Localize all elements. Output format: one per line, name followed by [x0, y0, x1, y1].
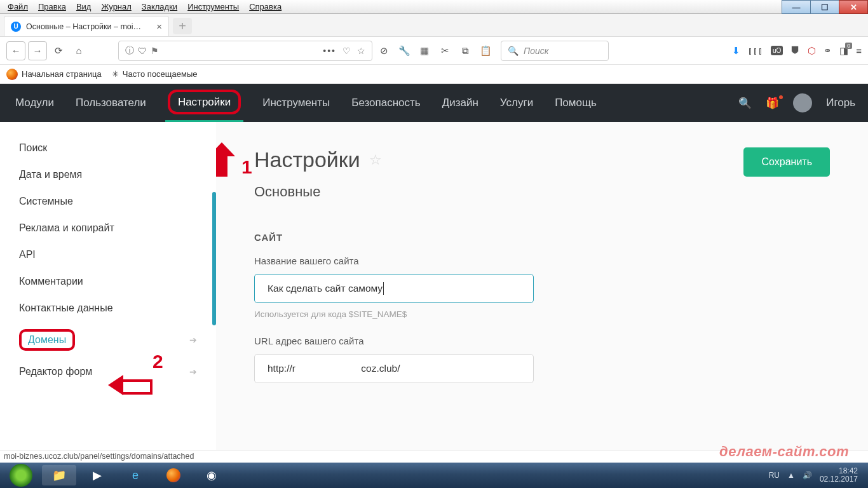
browser-search-bar[interactable]: 🔍 Поиск	[501, 41, 609, 61]
nav-help[interactable]: Помощь	[552, 85, 599, 121]
taskbar-chrome[interactable]: ◉	[194, 465, 229, 485]
nav-tools[interactable]: Инструменты	[260, 85, 332, 121]
browser-tabstrip: U Основные – Настройки – moi… × +	[0, 14, 868, 37]
menu-edit[interactable]: Правка	[33, 1, 71, 13]
text-caret	[383, 282, 384, 295]
browser-tab[interactable]: U Основные – Настройки – moi… ×	[4, 16, 169, 36]
url-more-icon[interactable]: •••	[323, 46, 336, 56]
settings-sidebar: Поиск Дата и время Системные Реклама и к…	[0, 122, 216, 463]
site-url-label: URL адрес вашего сайта	[254, 336, 830, 346]
sidebar-item-api[interactable]: API	[0, 241, 216, 268]
menu-help[interactable]: Справка	[244, 1, 287, 13]
forward-button[interactable]: →	[28, 41, 47, 60]
nav-users[interactable]: Пользователи	[73, 85, 149, 121]
sidebar-item-datetime[interactable]: Дата и время	[0, 161, 216, 188]
nav-design[interactable]: Дизайн	[440, 85, 481, 121]
menu-view[interactable]: Вид	[71, 1, 97, 13]
pocket-icon[interactable]: ♡	[342, 46, 351, 56]
site-url-value: http://r coz.club/	[268, 363, 400, 374]
nav-modules[interactable]: Модули	[13, 85, 57, 121]
paste-icon[interactable]: 📋	[477, 42, 494, 60]
sidebar-item-comments[interactable]: Комментарии	[0, 268, 216, 295]
site-name-hint: Используется для кода $SITE_NAME$	[254, 309, 830, 319]
section-site-label: САЙТ	[254, 232, 830, 243]
window-maximize-button[interactable]: ☐	[810, 0, 839, 14]
bookmark-label: Часто посещаемые	[123, 69, 198, 79]
menu-tools[interactable]: Инструменты	[182, 1, 244, 13]
favorite-star-icon[interactable]: ☆	[369, 152, 382, 168]
info-icon[interactable]: ⓘ	[125, 45, 134, 57]
avatar[interactable]	[793, 93, 812, 112]
tab-close-icon[interactable]: ×	[150, 21, 162, 32]
favicon-icon: U	[11, 22, 21, 32]
tray-network-icon[interactable]: 🔊	[803, 471, 812, 480]
site-url-input[interactable]: http://r coz.club/	[254, 354, 534, 383]
taskbar-mediaplayer[interactable]: ▶	[80, 465, 114, 485]
devtools-icon[interactable]: 🔧	[395, 42, 413, 60]
menu-bookmarks[interactable]: Закладки	[137, 1, 182, 13]
grid-icon[interactable]: ▦	[416, 42, 433, 60]
sidebar-item-system[interactable]: Системные	[0, 188, 216, 215]
firefox-logo-icon	[6, 69, 18, 80]
reload-button[interactable]: ⟳	[50, 42, 67, 60]
url-bar[interactable]: ⓘ 🛡 ⚑ ••• ♡ ☆	[118, 41, 372, 61]
chevron-right-icon: ➔	[189, 335, 197, 345]
bookmark-start-page[interactable]: Начальная страница	[6, 69, 102, 80]
shield2-icon[interactable]: ⛊	[790, 45, 800, 56]
site-top-nav: Модули Пользователи Настройки Инструмент…	[0, 84, 868, 122]
arrow-left-icon	[108, 374, 153, 395]
gear-icon: ✳	[112, 69, 119, 79]
taskbar-explorer[interactable]: 📁	[42, 465, 76, 485]
site-name-input[interactable]: Как сделать сайт самому	[254, 274, 534, 303]
site-name-label: Название вашего сайта	[254, 255, 830, 266]
permissions-icon[interactable]: ⚑	[151, 46, 159, 56]
system-tray[interactable]: RU ▲ 🔊 18:42 02.12.2017	[769, 467, 864, 484]
new-tab-button[interactable]: +	[173, 18, 192, 34]
save-button[interactable]: Сохранить	[743, 147, 830, 177]
sidebar-item-contacts[interactable]: Контактные данные	[0, 295, 216, 322]
nav-settings[interactable]: Настройки	[165, 85, 243, 122]
username[interactable]: Игорь	[826, 97, 855, 109]
sidebar-item-domains[interactable]: Домены ➔	[0, 322, 216, 358]
menu-history[interactable]: Журнал	[96, 1, 136, 13]
window-close-button[interactable]: ✕	[839, 0, 868, 14]
taskbar-ie[interactable]: e	[118, 465, 153, 485]
adblock-icon[interactable]: ⬡	[808, 45, 816, 57]
site-search-icon[interactable]: 🔍	[738, 97, 752, 110]
page-subtitle: Основные	[254, 184, 830, 200]
sidebar-item-ads[interactable]: Реклама и копирайт	[0, 215, 216, 241]
search-placeholder: Поиск	[524, 46, 548, 56]
firefox-logo-icon	[166, 468, 180, 482]
windows-logo-icon	[10, 464, 32, 487]
content-area: Поиск Дата и время Системные Реклама и к…	[0, 122, 868, 463]
windows-taskbar: 📁 ▶ e ◉ RU ▲ 🔊 18:42 02.12.2017	[0, 463, 868, 488]
gift-icon[interactable]: 🎁	[766, 97, 779, 110]
window-minimize-button[interactable]: —	[782, 0, 811, 14]
noscript-icon[interactable]: ⊘	[375, 42, 393, 60]
sidebar-item-search[interactable]: Поиск	[0, 135, 216, 161]
tab-title: Основные – Настройки – moi…	[26, 22, 141, 31]
taskbar-firefox[interactable]	[156, 465, 191, 485]
back-button[interactable]: ←	[6, 41, 25, 60]
menu-file[interactable]: Файл	[3, 1, 33, 13]
home-button[interactable]: ⌂	[70, 42, 88, 60]
copy-icon[interactable]: ⧉	[456, 42, 474, 60]
sync-icon[interactable]: ⚭	[824, 45, 832, 57]
nav-services[interactable]: Услуги	[498, 85, 536, 121]
tray-flag-icon[interactable]: ▲	[787, 471, 795, 480]
downloads-icon[interactable]: ⬇	[732, 45, 740, 57]
cut-icon[interactable]: ✂	[436, 42, 454, 60]
ublock-icon[interactable]: uO	[771, 46, 783, 55]
start-button[interactable]	[4, 465, 38, 485]
hamburger-menu-icon[interactable]: ≡	[856, 45, 862, 56]
toolbar-right: ⬇ ⫿⫿⫿ uO ⛊ ⬡ ⚭ ◨ ≡	[732, 45, 862, 57]
os-menubar[interactable]: Файл Правка Вид Журнал Закладки Инструме…	[0, 0, 868, 14]
library-icon[interactable]: ⫿⫿⫿	[748, 45, 763, 56]
bookmark-star-icon[interactable]: ☆	[357, 46, 365, 56]
bookmark-most-visited[interactable]: ✳ Часто посещаемые	[112, 69, 198, 79]
nav-security[interactable]: Безопасность	[349, 85, 423, 121]
tray-date: 02.12.2017	[820, 475, 858, 484]
sidebar-toggle-icon[interactable]: ◨	[839, 45, 848, 57]
tracking-shield-icon[interactable]: 🛡	[138, 46, 147, 56]
tray-lang[interactable]: RU	[769, 471, 780, 480]
